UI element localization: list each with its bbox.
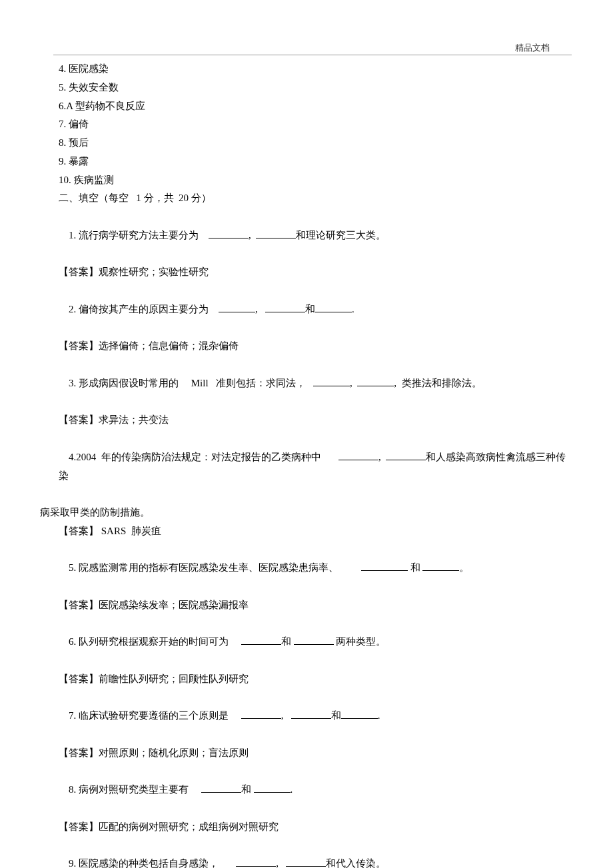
q8: 8. 预后 [59,134,573,153]
text: 2. 偏倚按其产生的原因主要分为 [69,304,219,314]
text: , [255,304,265,314]
s2-q9: 9. 医院感染的种类包括自身感染， , 和代入传染。 [59,837,573,869]
text: , [350,378,357,388]
s2-q6: 6. 队列研究根据观察开始的时间可为 和 两种类型。 [59,615,573,670]
text: 和 [305,304,315,314]
s2-a6: 【答案】前瞻性队列研究；回顾性队列研究 [59,670,573,689]
blank [422,561,459,571]
blank [265,302,305,312]
text: 3. 形成病因假设时常用的 Mill 准则包括：求同法， [69,378,313,388]
text: , [249,230,256,240]
blank [338,450,378,460]
q5: 5. 失效安全数 [59,79,573,97]
text: 8. 病例对照研究类型主要有 [69,784,201,795]
text: 和 [281,636,294,647]
s2-a1: 【答案】观察性研究；实验性研究 [59,263,573,282]
s2-a5: 【答案】医院感染续发率；医院感染漏报率 [59,596,573,615]
s2-q4: 4.2004 年的传染病防治法规定：对法定报告的乙类病种中 , 和人感染高致病性… [59,430,573,504]
blank [209,228,249,238]
text: , 类推法和排除法。 [394,378,481,388]
text: 和理论研究三大类。 [296,230,386,240]
blank [291,709,331,719]
s2-a4: 【答案】 SARS 肺炭疽 [59,522,573,541]
text: 4.2004 年的传染病防治法规定：对法定报告的乙类病种中 [69,452,338,462]
blank [241,709,281,719]
blank [313,376,350,386]
section-2-title: 二、填空（每空 1 分，共 20 分） [59,189,573,208]
header-rule [53,55,572,55]
text: . [378,710,380,721]
text: , [276,858,286,868]
s2-a2: 【答案】选择偏倚；信息偏倚；混杂偏倚 [59,337,573,356]
header-label: 精品文档 [515,40,550,56]
blank [341,709,378,719]
text: 7. 临床试验研究要遵循的三个原则是 [69,710,241,721]
blank [236,857,276,867]
blank [254,783,291,793]
q9: 9. 暴露 [59,153,573,171]
text: 和代入传染。 [326,858,386,868]
blank [256,228,296,238]
text: , [378,452,386,462]
q10: 10. 疾病监测 [59,171,573,190]
blank [219,302,255,312]
q4: 4. 医院感染 [59,60,573,79]
s2-q1: 1. 流行病学研究方法主要分为 , 和理论研究三大类。 [59,208,573,263]
s2-q8: 8. 病例对照研究类型主要有 和 . [59,763,573,818]
blank [386,450,426,460]
text: 6. 队列研究根据观察开始的时间可为 [69,636,241,647]
blank [315,302,352,312]
q7: 7. 偏倚 [59,115,573,134]
doc-body: 4. 医院感染 5. 失效安全数 6.A 型药物不良反应 7. 偏倚 8. 预后… [40,60,573,868]
text: 1. 流行病学研究方法主要分为 [69,230,209,240]
s2-q5: 5. 院感监测常用的指标有医院感染发生率、医院感染患病率、 和 。 [59,541,573,596]
blank [357,376,394,386]
text: 和 [241,784,254,795]
blank [294,635,334,645]
text: 和 [408,562,423,573]
s2-q3: 3. 形成病因假设时常用的 Mill 准则包括：求同法， , , 类推法和排除法… [59,356,573,411]
s2-a3: 【答案】求异法；共变法 [59,411,573,430]
text: 。 [459,562,469,573]
text: 和 [331,710,341,721]
blank [286,857,326,867]
text: . [291,784,293,795]
text: , [281,710,291,721]
q6: 6.A 型药物不良反应 [59,97,573,116]
text: . [352,304,354,314]
s2-q4-cont: 病采取甲类的防制措施。 [40,504,573,522]
text: 9. 医院感染的种类包括自身感染， [69,858,236,868]
s2-a7: 【答案】对照原则；随机化原则；盲法原则 [59,744,573,763]
text: 两种类型。 [334,636,386,647]
blank [201,783,241,793]
text: 5. 院感监测常用的指标有医院感染发生率、医院感染患病率、 [69,562,361,573]
blank [241,635,281,645]
s2-q2: 2. 偏倚按其产生的原因主要分为 , 和. [59,282,573,337]
s2-q7: 7. 临床试验研究要遵循的三个原则是 , 和. [59,689,573,744]
s2-a8: 【答案】匹配的病例对照研究；成组病例对照研究 [59,818,573,837]
blank [361,561,408,571]
